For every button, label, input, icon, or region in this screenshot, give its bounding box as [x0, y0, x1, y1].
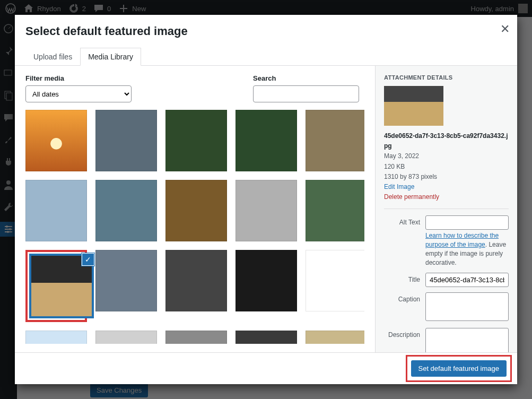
thumbnail[interactable] [25, 110, 87, 171]
thumbnail[interactable] [95, 250, 157, 311]
thumbnail[interactable] [306, 180, 364, 241]
title-label: Title [384, 273, 425, 283]
search-input[interactable] [253, 85, 359, 102]
attachment-size: 120 KB [384, 162, 509, 172]
alt-text-hint: Learn how to describe the purpose of the… [425, 231, 509, 267]
set-default-featured-image-button[interactable]: Set default featured image [411, 360, 507, 377]
attachment-preview [384, 86, 443, 126]
delete-permanently-link[interactable]: Delete permanently [384, 192, 509, 202]
caption-input[interactable] [425, 292, 509, 321]
modal-tabs: Upload files Media Library [15, 48, 517, 66]
caption-label: Caption [384, 292, 425, 303]
alt-text-label: Alt Text [384, 215, 425, 226]
modal-title: Select default featured image [25, 24, 507, 38]
thumbnail[interactable] [165, 180, 227, 241]
thumbnail-grid: ✓ [25, 110, 364, 344]
tab-media-library[interactable]: Media Library [80, 48, 141, 66]
thumbnail[interactable] [236, 180, 297, 241]
edit-image-link[interactable]: Edit Image [384, 182, 509, 192]
attachment-date: May 3, 2022 [384, 151, 509, 161]
thumbnail[interactable]: ✓ [31, 255, 92, 317]
title-input[interactable] [425, 273, 509, 287]
filter-media-label: Filter media [25, 74, 242, 82]
thumbnail[interactable] [25, 331, 87, 344]
modal-footer: Set default featured image [15, 352, 517, 384]
close-icon[interactable]: ✕ [500, 22, 510, 36]
details-heading: ATTACHMENT DETAILS [384, 74, 509, 81]
thumbnail[interactable] [306, 110, 364, 171]
thumbnail[interactable] [165, 331, 227, 344]
thumbnail[interactable] [236, 110, 297, 171]
thumbnail[interactable] [236, 250, 297, 311]
dates-select[interactable]: All dates [25, 85, 132, 102]
thumbnail[interactable] [95, 331, 157, 344]
attachment-filename: 45de0652-da7f-3c13-8cb5-ca92f7da3432.jpg [384, 131, 509, 151]
attachment-details: ATTACHMENT DETAILS 45de0652-da7f-3c13-8c… [375, 66, 517, 352]
thumbnail[interactable] [165, 250, 227, 311]
thumbnail[interactable] [95, 180, 157, 241]
attachment-dimensions: 1310 by 873 pixels [384, 172, 509, 182]
alt-text-input[interactable] [425, 215, 509, 230]
thumbnail[interactable] [306, 331, 364, 344]
gallery-pane: Filter media All dates Search ✓ [15, 66, 375, 352]
search-label: Search [253, 74, 364, 82]
thumbnail[interactable] [236, 331, 297, 344]
highlight-box: ✓ [25, 250, 87, 322]
media-modal: ✕ Select default featured image Upload f… [15, 15, 517, 384]
thumbnail[interactable] [95, 110, 157, 171]
description-input[interactable] [425, 328, 509, 353]
thumbnail[interactable] [306, 250, 364, 311]
check-icon: ✓ [82, 253, 94, 266]
tab-upload-files[interactable]: Upload files [25, 48, 80, 66]
description-label: Description [384, 328, 425, 339]
thumbnail[interactable] [25, 180, 87, 241]
thumbnail[interactable] [165, 110, 227, 171]
highlight-box: Set default featured image [406, 355, 512, 382]
